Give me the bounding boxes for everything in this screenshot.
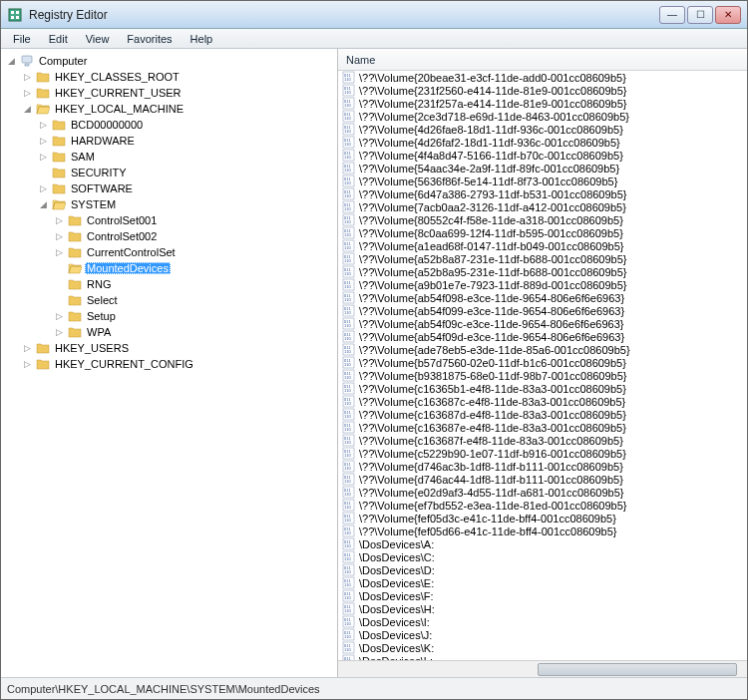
close-button[interactable]: ✕ bbox=[715, 6, 741, 24]
list-item[interactable]: \DosDevices\J: bbox=[338, 628, 747, 641]
list-item[interactable]: \??\Volume{c163687f-e4f8-11de-83a3-001cc… bbox=[338, 434, 747, 447]
list-item[interactable]: \??\Volume{ab54f098-e3ce-11de-9654-806e6… bbox=[338, 291, 747, 304]
list-item[interactable]: \DosDevices\A: bbox=[338, 537, 747, 550]
tree-computer[interactable]: ◢Computer bbox=[5, 53, 335, 69]
menu-help[interactable]: Help bbox=[183, 31, 221, 47]
tree-rng[interactable]: RNG bbox=[53, 276, 335, 292]
list-item[interactable]: \DosDevices\F: bbox=[338, 589, 747, 602]
menu-view[interactable]: View bbox=[78, 31, 118, 47]
expander-icon[interactable]: ▷ bbox=[37, 151, 49, 163]
tree-hklm[interactable]: ◢HKEY_LOCAL_MACHINE bbox=[21, 101, 335, 117]
tree-hkcu[interactable]: ▷HKEY_CURRENT_USER bbox=[21, 85, 335, 101]
expander-icon[interactable]: ▷ bbox=[21, 358, 33, 370]
list-item[interactable]: \??\Volume{ab54f09c-e3ce-11de-9654-806e6… bbox=[338, 317, 747, 330]
tree-setup[interactable]: ▷Setup bbox=[53, 308, 335, 324]
expander-icon[interactable]: ▷ bbox=[21, 342, 33, 354]
binary-value-icon bbox=[342, 408, 355, 421]
expander-icon[interactable]: ▷ bbox=[37, 182, 49, 194]
list-item[interactable]: \DosDevices\C: bbox=[338, 550, 747, 563]
list-item[interactable]: \??\Volume{d746ac3b-1df8-11df-b111-001cc… bbox=[338, 460, 747, 473]
list-item[interactable]: \DosDevices\I: bbox=[338, 615, 747, 628]
list-item[interactable]: \??\Volume{ab54f099-e3ce-11de-9654-806e6… bbox=[338, 304, 747, 317]
list-item[interactable]: \??\Volume{a52b8a95-231e-11df-b688-001cc… bbox=[338, 265, 747, 278]
list-item[interactable]: \??\Volume{54aac34e-2a9f-11df-89fc-001cc… bbox=[338, 162, 747, 175]
list-item[interactable]: \??\Volume{2ce3d718-e69d-11de-8463-001cc… bbox=[338, 110, 747, 123]
tree-ccs[interactable]: ▷CurrentControlSet bbox=[53, 244, 335, 260]
expander-icon[interactable]: ◢ bbox=[5, 55, 17, 67]
list-item[interactable]: \??\Volume{a9b01e7e-7923-11df-889d-001cc… bbox=[338, 278, 747, 291]
tree-wpa[interactable]: ▷WPA bbox=[53, 324, 335, 340]
expander-icon[interactable]: ▷ bbox=[37, 135, 49, 147]
tree-hkcr[interactable]: ▷HKEY_CLASSES_ROOT bbox=[21, 69, 335, 85]
scrollbar-thumb[interactable] bbox=[538, 663, 737, 676]
list-item[interactable]: \??\Volume{c16365b1-e4f8-11de-83a3-001cc… bbox=[338, 382, 747, 395]
list-item-label: \??\Volume{231f2560-e414-11de-81e9-001cc… bbox=[359, 85, 627, 97]
tree-bcd[interactable]: ▷BCD00000000 bbox=[37, 117, 335, 133]
list-item[interactable]: \??\Volume{c163687c-e4f8-11de-83a3-001cc… bbox=[338, 395, 747, 408]
expander-icon[interactable] bbox=[53, 294, 65, 306]
list-item[interactable]: \??\Volume{e02d9af3-4d55-11df-a681-001cc… bbox=[338, 486, 747, 499]
list-item[interactable]: \DosDevices\H: bbox=[338, 602, 747, 615]
expander-icon[interactable]: ▷ bbox=[53, 214, 65, 226]
list-header-name[interactable]: Name bbox=[338, 49, 747, 71]
list-item[interactable]: \??\Volume{20beae31-e3cf-11de-add0-001cc… bbox=[338, 71, 747, 84]
tree-select[interactable]: Select bbox=[53, 292, 335, 308]
list-item[interactable]: \??\Volume{ab54f09d-e3ce-11de-9654-806e6… bbox=[338, 330, 747, 343]
list-item[interactable]: \??\Volume{d746ac44-1df8-11df-b111-001cc… bbox=[338, 473, 747, 486]
tree-sam[interactable]: ▷SAM bbox=[37, 149, 335, 165]
tree-mounted[interactable]: MountedDevices bbox=[53, 260, 335, 276]
expander-icon[interactable]: ▷ bbox=[37, 119, 49, 131]
tree-ccs001[interactable]: ▷ControlSet001 bbox=[53, 212, 335, 228]
list-item[interactable]: \??\Volume{fef05d66-e41c-11de-bff4-001cc… bbox=[338, 525, 747, 537]
list-item[interactable]: \??\Volume{ef7bd552-e3ea-11de-81ed-001cc… bbox=[338, 499, 747, 512]
list-item[interactable]: \DosDevices\K: bbox=[338, 641, 747, 654]
expander-icon[interactable] bbox=[53, 262, 65, 274]
list-item[interactable]: \DosDevices\D: bbox=[338, 563, 747, 576]
tree-panel[interactable]: ◢Computer ▷HKEY_CLASSES_ROOT ▷HKEY_CURRE… bbox=[1, 49, 338, 677]
list-item[interactable]: \??\Volume{4d26fae8-18d1-11df-936c-001cc… bbox=[338, 123, 747, 136]
tree-ccs002[interactable]: ▷ControlSet002 bbox=[53, 228, 335, 244]
list-item[interactable]: \??\Volume{231f2560-e414-11de-81e9-001cc… bbox=[338, 84, 747, 97]
list-item[interactable]: \??\Volume{5636f86f-5e14-11df-8f73-001cc… bbox=[338, 175, 747, 187]
tree-system[interactable]: ◢SYSTEM bbox=[37, 196, 335, 212]
list-item[interactable]: \??\Volume{4d26faf2-18d1-11df-936c-001cc… bbox=[338, 136, 747, 149]
list-item[interactable]: \??\Volume{80552c4f-f58e-11de-a318-001cc… bbox=[338, 213, 747, 226]
tree-security[interactable]: SECURITY bbox=[37, 165, 335, 180]
menu-favorites[interactable]: Favorites bbox=[119, 31, 180, 47]
expander-icon[interactable]: ▷ bbox=[21, 87, 33, 99]
horizontal-scrollbar[interactable] bbox=[338, 660, 747, 677]
list-item[interactable]: \??\Volume{7acb0aa2-3126-11df-a412-001cc… bbox=[338, 200, 747, 213]
tree-hardware[interactable]: ▷HARDWARE bbox=[37, 133, 335, 149]
tree-hku[interactable]: ▷HKEY_USERS bbox=[21, 340, 335, 356]
tree-hkcc[interactable]: ▷HKEY_CURRENT_CONFIG bbox=[21, 356, 335, 372]
expander-icon[interactable]: ◢ bbox=[21, 103, 33, 115]
expander-icon[interactable]: ▷ bbox=[53, 326, 65, 338]
expander-icon[interactable]: ▷ bbox=[53, 246, 65, 258]
list-item[interactable]: \??\Volume{a1ead68f-0147-11df-b049-001cc… bbox=[338, 239, 747, 252]
menu-edit[interactable]: Edit bbox=[41, 31, 76, 47]
list-item[interactable]: \??\Volume{c5229b90-1e07-11df-b916-001cc… bbox=[338, 447, 747, 460]
list-item[interactable]: \??\Volume{4f4a8d47-5166-11df-b70c-001cc… bbox=[338, 149, 747, 162]
expander-icon[interactable] bbox=[37, 167, 49, 178]
list-item[interactable]: \??\Volume{c163687d-e4f8-11de-83a3-001cc… bbox=[338, 408, 747, 421]
list-item[interactable]: \??\Volume{c163687e-e4f8-11de-83a3-001cc… bbox=[338, 421, 747, 434]
list-item[interactable]: \??\Volume{231f257a-e414-11de-81e9-001cc… bbox=[338, 97, 747, 110]
list-item[interactable]: \??\Volume{fef05d3c-e41c-11de-bff4-001cc… bbox=[338, 512, 747, 525]
list-item[interactable]: \??\Volume{8c0aa699-12f4-11df-b595-001cc… bbox=[338, 226, 747, 239]
expander-icon[interactable] bbox=[53, 278, 65, 290]
expander-icon[interactable]: ▷ bbox=[53, 310, 65, 322]
expander-icon[interactable]: ▷ bbox=[53, 230, 65, 242]
list-body[interactable]: \??\Volume{20beae31-e3cf-11de-add0-001cc… bbox=[338, 71, 747, 660]
list-item[interactable]: \??\Volume{a52b8a87-231e-11df-b688-001cc… bbox=[338, 252, 747, 265]
list-item[interactable]: \??\Volume{6d47a386-2793-11df-b531-001cc… bbox=[338, 187, 747, 200]
maximize-button[interactable]: ☐ bbox=[687, 6, 713, 24]
tree-software[interactable]: ▷SOFTWARE bbox=[37, 180, 335, 196]
expander-icon[interactable]: ▷ bbox=[21, 71, 33, 83]
menu-file[interactable]: File bbox=[5, 31, 39, 47]
list-item[interactable]: \??\Volume{ade78eb5-e3de-11de-85a6-001cc… bbox=[338, 343, 747, 356]
minimize-button[interactable]: — bbox=[659, 6, 685, 24]
expander-icon[interactable]: ◢ bbox=[37, 198, 49, 210]
list-item[interactable]: \??\Volume{b9381875-68e0-11df-98b7-001cc… bbox=[338, 369, 747, 382]
list-item[interactable]: \DosDevices\E: bbox=[338, 576, 747, 589]
list-item[interactable]: \??\Volume{b57d7560-02e0-11df-b1c6-001cc… bbox=[338, 356, 747, 369]
